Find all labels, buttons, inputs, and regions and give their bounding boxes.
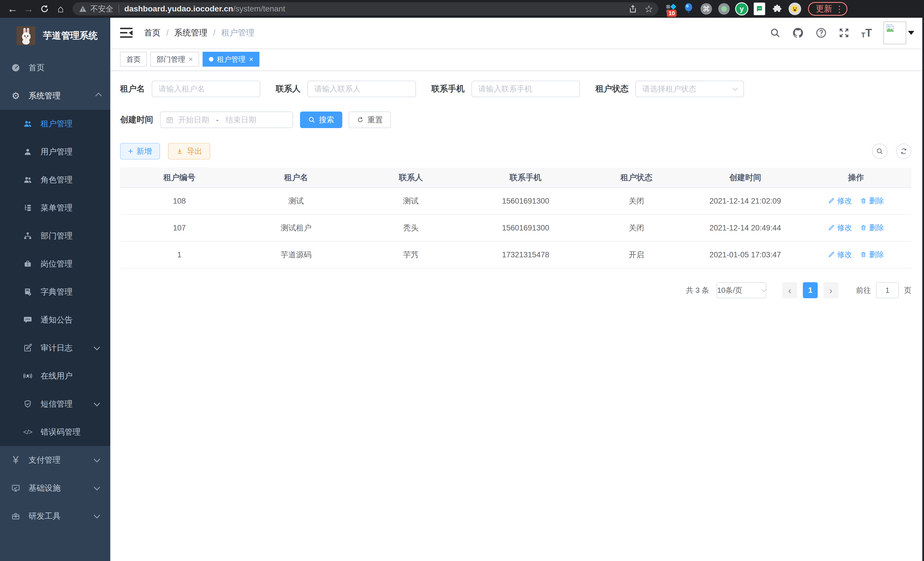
profile-avatar-button[interactable] [788,2,802,16]
extension-badge: 10 [667,10,676,17]
extension-command[interactable]: ⌘ [699,2,713,16]
status-select-placeholder: 请选择租户状态 [642,84,696,94]
current-page-button[interactable]: 1 [803,282,818,298]
security-label[interactable]: 不安全 [90,4,113,14]
address-bar[interactable]: 不安全 dashboard.yudao.iocoder.cn/system/te… [73,2,658,15]
page-size-label: 10条/页 [717,285,742,295]
tenant-name-input[interactable] [152,81,260,97]
reset-button-label: 重置 [368,115,383,125]
sidebar-collapse-button[interactable] [120,27,133,39]
extension-y-app[interactable]: y [735,2,748,16]
fullscreen-icon[interactable] [838,27,850,39]
github-icon[interactable] [792,27,804,39]
breadcrumb-system[interactable]: 系统管理 [174,27,207,39]
sidebar-item-online-user[interactable]: 在线用户 [0,362,110,390]
search-icon [876,147,884,155]
sidebar-item-pay[interactable]: ¥ 支付管理 [0,446,110,474]
url-text[interactable]: dashboard.yudao.iocoder.cn/system/tenant [124,4,285,14]
reset-button[interactable]: 重置 [349,111,391,128]
sidebar-item-dept[interactable]: 部门管理 [0,222,110,250]
help-icon[interactable] [815,27,827,39]
chevron-up-icon [95,93,102,99]
extension-recorder[interactable] [717,2,731,16]
browser-update-button[interactable]: 更新 ⋮ [808,2,848,16]
cell-tenant-id: 107 [120,214,239,241]
create-time-range-picker[interactable]: 开始日期 - 结束日期 [160,111,293,128]
browser-home-button[interactable]: ⌂ [52,2,69,15]
search-button[interactable]: 搜索 [300,111,342,128]
extension-pinned-badge[interactable]: 10 [664,2,678,16]
sidebar-item-audit-log[interactable]: 审计日志 [0,334,110,362]
sidebar-item-infra[interactable]: 基础设施 [0,474,110,502]
sidebar-item-menu[interactable]: 菜单管理 [0,194,110,222]
app-logo-row[interactable]: 芋道管理系统 [0,18,110,54]
extension-balloon[interactable] [682,2,695,16]
delete-link[interactable]: 删除 [860,250,884,260]
sidebar-item-error-code[interactable]: </> 错误码管理 [0,418,110,446]
next-page-button[interactable]: › [824,282,838,298]
sidebar-item-post[interactable]: 岗位管理 [0,250,110,278]
page-content: 租户名 联系人 联系手机 租户状态 请选择租户状态 [110,71,924,561]
col-tenant-id: 租户编号 [120,168,239,188]
sidebar-item-home[interactable]: 首页 [0,54,110,82]
download-icon [176,147,183,155]
filter-row-1: 租户名 联系人 联系手机 租户状态 请选择租户状态 [120,81,911,97]
sidebar-item-dict[interactable]: 字典管理 [0,278,110,306]
tab-dept[interactable]: 部门管理 × [150,52,199,67]
delete-link[interactable]: 删除 [860,196,884,206]
prev-page-button[interactable]: ‹ [782,282,797,298]
chat-bubble-icon [21,315,34,325]
add-button[interactable]: + 新增 [120,143,160,159]
refresh-table-button[interactable] [896,144,911,159]
phone-input[interactable] [471,81,580,97]
tab-close-icon[interactable]: × [249,55,253,64]
sidebar-item-role[interactable]: 角色管理 [0,166,110,194]
emoji-face-icon [790,5,799,13]
edit-link[interactable]: 修改 [828,223,852,233]
sidebar-item-user[interactable]: 用户管理 [0,138,110,166]
font-size-icon[interactable]: TT [861,27,872,39]
breadcrumb-home[interactable]: 首页 [144,27,160,39]
browser-menu-kebab-icon[interactable]: ⋮ [835,4,844,14]
share-icon[interactable] [628,5,637,13]
tenant-table: 租户编号 租户名 联系人 联系手机 租户状态 创建时间 操作 108 测试 测试 [120,168,911,268]
collapse-arrow-icon [129,30,133,35]
online-user-icon [21,371,34,381]
goto-page-input[interactable] [876,282,899,298]
header-search-icon[interactable] [770,27,781,38]
browser-forward-button[interactable]: → [21,2,37,15]
tab-close-icon[interactable]: × [189,55,193,64]
sidebar-item-notice[interactable]: 通知公告 [0,306,110,334]
extension-chat[interactable] [753,2,766,16]
contact-input[interactable] [308,81,416,97]
user-avatar-menu[interactable] [884,21,914,44]
toggle-search-button[interactable] [872,144,887,159]
page-size-select[interactable]: 10条/页 [717,282,766,298]
shield-check-icon [21,399,34,409]
active-tab-dot [209,57,213,62]
edit-link[interactable]: 修改 [828,196,852,206]
sidebar-item-sms[interactable]: 短信管理 [0,390,110,418]
browser-back-button[interactable]: ← [4,2,21,15]
sidebar-item-tenant[interactable]: 租户管理 [0,110,110,138]
sidebar-item-system[interactable]: ⚙ 系统管理 [0,82,110,110]
delete-link[interactable]: 删除 [860,223,884,233]
sidebar-item-dev-tools[interactable]: 研发工具 [0,502,110,530]
browser-reload-button[interactable] [37,2,52,15]
bookmark-star-icon[interactable]: ☆ [645,3,653,15]
start-date-placeholder: 开始日期 [178,115,209,125]
export-button[interactable]: 导出 [168,143,210,159]
search-icon [308,116,315,123]
avatar-caret-icon [908,31,914,35]
sidebar-item-label: 短信管理 [40,399,73,409]
edit-link-label: 修改 [837,250,852,260]
search-button-label: 搜索 [319,115,334,125]
sidebar-item-label: 通知公告 [40,314,73,325]
status-select[interactable]: 请选择租户状态 [635,81,744,97]
table-row: 108 测试 测试 15601691300 关闭 2021-12-14 21:0… [120,188,911,214]
tab-tenant[interactable]: 租户管理 × [202,52,260,67]
tab-home[interactable]: 首页 [120,52,147,67]
edit-link[interactable]: 修改 [828,250,852,260]
roles-icon [21,175,34,184]
extensions-puzzle-button[interactable] [770,2,784,16]
